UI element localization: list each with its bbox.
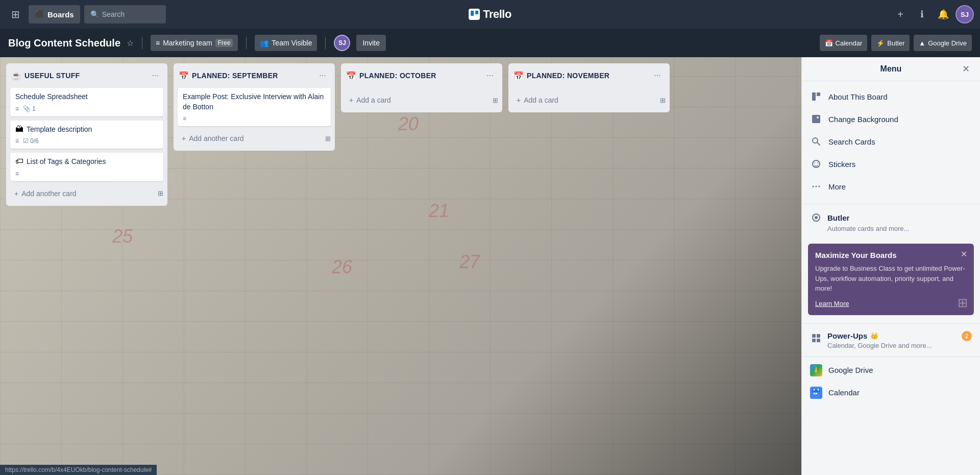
board-powerups: 📅 Calendar ⚡ Butler ▲ Google Drive (820, 35, 972, 51)
menu-item-more[interactable]: More (802, 175, 980, 198)
add-icon: + (14, 189, 18, 198)
googledrive-label: Google Drive (928, 39, 967, 47)
archive-button-oct[interactable]: ⊞ (493, 97, 498, 104)
info-button[interactable]: ℹ (913, 5, 931, 23)
list-menu-button-oct[interactable]: ··· (483, 68, 497, 83)
menu-calendar[interactable]: Calendar (802, 382, 980, 404)
svg-rect-27 (814, 389, 815, 391)
card-meta-desc-icon-3: ≡ (15, 170, 19, 177)
more-label: More (828, 182, 846, 191)
card-example-post[interactable]: Example Post: Exclusive Interview with A… (178, 88, 331, 126)
trello-logo-text: Trello (483, 8, 511, 21)
upgrade-banner-close-button[interactable]: ✕ (958, 248, 970, 260)
menu-item-search[interactable]: Search Cards (802, 130, 980, 153)
add-card-button-sep[interactable]: + Add another card (178, 131, 325, 146)
add-icon-oct: + (349, 96, 353, 104)
powerups-badge: 2 (962, 331, 972, 341)
search-label: Search (102, 10, 125, 18)
menu-panel: Menu ✕ About This Board (801, 57, 980, 475)
menu-powerups-section[interactable]: Power-Ups 👑 2 Calendar, Google Drive and… (802, 326, 980, 354)
card-schedule-spreadsheet[interactable]: Schedule Spreadsheet ≡ 📎 1 ✏ (10, 88, 163, 116)
description-icon-2: ≡ (15, 137, 19, 145)
status-bar: https://trello.com/b/4x4EUOkb/blog-conte… (0, 465, 157, 475)
team-button[interactable]: ≡ Marketing team Free (151, 35, 238, 51)
visibility-icon: 👥 (260, 39, 268, 47)
list-header-nov: 📅 PLANNED: NOVEMBER ··· (508, 63, 670, 86)
list-menu-button-useful-stuff[interactable]: ··· (148, 68, 162, 83)
menu-item-about[interactable]: About This Board (802, 85, 980, 108)
add-card-button-oct[interactable]: + Add a card (345, 93, 493, 107)
archive-button-sep[interactable]: ⊞ (325, 135, 331, 142)
menu-item-stickers[interactable]: Stickers (802, 153, 980, 175)
svg-point-8 (817, 162, 818, 163)
card-meta-example-post: ≡ (183, 115, 326, 122)
svg-rect-15 (817, 334, 820, 338)
upgrade-banner-description: Upgrade to Business Class to get unlimit… (815, 264, 967, 294)
calendar-label: Calendar (836, 39, 863, 47)
list-title-nov: PLANNED: NOVEMBER (527, 72, 647, 80)
svg-marker-20 (812, 370, 815, 373)
user-avatar[interactable]: SJ (955, 5, 974, 23)
menu-google-drive[interactable]: Google Drive (802, 359, 980, 382)
list-planned-nov: 📅 PLANNED: NOVEMBER ··· + Add a card ⊞ (508, 63, 670, 112)
add-icon-nov: + (517, 96, 521, 104)
board-header: Blog Content Schedule ☆ ≡ Marketing team… (0, 29, 980, 57)
googledrive-powerup-button[interactable]: ▲ Google Drive (914, 35, 972, 51)
menu-butler-section[interactable]: Butler Automate cards and more... (802, 206, 980, 238)
butler-label: Butler (827, 213, 849, 222)
list-cards-useful-stuff: Schedule Spreadsheet ≡ 📎 1 ✏ (6, 86, 167, 183)
svg-point-9 (813, 186, 814, 187)
card-icon-tags: 🏷 (15, 157, 23, 166)
svg-point-3 (817, 116, 819, 118)
card-meta-desc-icon-2: ≡ (15, 137, 19, 145)
menu-title: Menu (880, 64, 902, 74)
card-meta-desc-sep: ≡ (183, 115, 186, 122)
invite-button[interactable]: Invite (356, 35, 385, 51)
svg-line-5 (817, 142, 820, 145)
home-button[interactable]: ⊞ (6, 5, 24, 23)
powerups-icon (810, 332, 822, 344)
visibility-label: Team Visible (272, 39, 312, 47)
card-meta-schedule-spreadsheet: ≡ 📎 1 (15, 105, 158, 112)
list-icon-sep: 📅 (179, 71, 189, 81)
card-template-description[interactable]: 🏔 Template description ≡ ☑ 0/6 ✏ (10, 121, 163, 149)
top-nav: ⊞ ⬛ Boards 🔍 Search Trello + ℹ 🔔 SJ (0, 0, 980, 29)
svg-rect-1 (817, 92, 820, 96)
svg-point-7 (814, 162, 815, 163)
upgrade-learn-more-link[interactable]: Learn More (815, 300, 849, 307)
list-add-card-oct: + Add a card ⊞ (341, 90, 502, 112)
checklist-count: 0/6 (30, 137, 39, 145)
board-title: Blog Content Schedule (8, 37, 120, 49)
list-icon-oct: 📅 (346, 71, 356, 81)
butler-icon: ⚡ (876, 39, 885, 47)
visibility-button[interactable]: 👥 Team Visible (255, 35, 317, 51)
list-cards-sep: Example Post: Exclusive Interview with A… (174, 86, 335, 128)
notifications-button[interactable]: 🔔 (934, 5, 952, 23)
list-menu-button-nov[interactable]: ··· (650, 68, 665, 83)
calendar-powerup-button[interactable]: 📅 Calendar (820, 35, 868, 51)
card-list-of-tags[interactable]: 🏷 List of Tags & Categories ≡ ✏ (10, 153, 163, 181)
about-board-label: About This Board (828, 92, 888, 101)
archive-card-button-useful-stuff[interactable]: ⊞ (158, 189, 163, 197)
search-button[interactable]: 🔍 Search (84, 5, 166, 23)
add-card-button-useful-stuff[interactable]: + Add another card (10, 186, 158, 201)
add-card-label: Add another card (21, 189, 76, 198)
archive-button-nov[interactable]: ⊞ (660, 97, 666, 104)
menu-header: Menu ✕ (802, 57, 980, 81)
team-icon: ≡ (156, 39, 160, 47)
nav-right: + ℹ 🔔 SJ (891, 5, 974, 23)
menu-close-button[interactable]: ✕ (958, 61, 974, 77)
create-button[interactable]: + (891, 5, 910, 23)
board-body: 18 20 21 27 26 25 ☕ USEFUL STUFF ··· Sch… (0, 57, 980, 475)
list-menu-button-sep[interactable]: ··· (315, 68, 330, 83)
menu-divider-1 (802, 204, 980, 204)
member-avatar[interactable]: SJ (334, 35, 350, 51)
butler-powerup-button[interactable]: ⚡ Butler (871, 35, 910, 51)
svg-point-13 (815, 216, 818, 219)
add-card-button-nov[interactable]: + Add a card (512, 93, 660, 107)
menu-divider-2 (802, 323, 980, 324)
card-title-schedule-spreadsheet: Schedule Spreadsheet (15, 92, 158, 102)
boards-button[interactable]: ⬛ Boards (29, 5, 80, 23)
menu-item-background[interactable]: Change Background (802, 108, 980, 130)
star-button[interactable]: ☆ (127, 38, 134, 48)
